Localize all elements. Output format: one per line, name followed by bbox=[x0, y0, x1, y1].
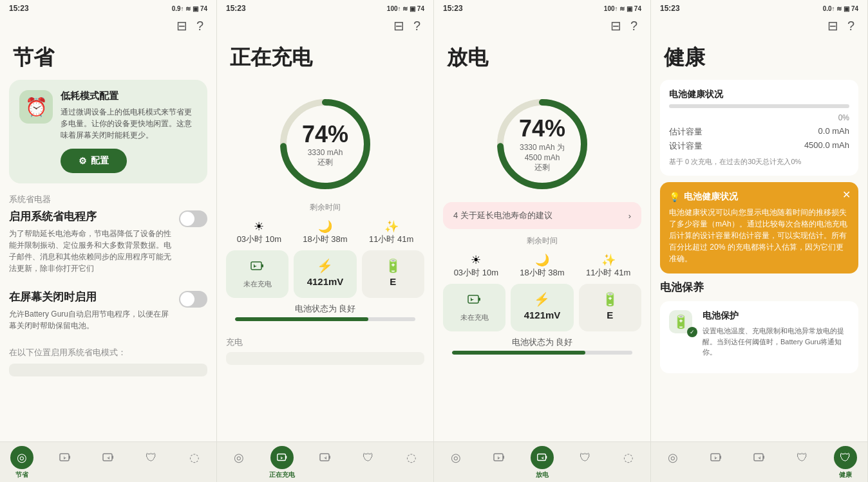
status-icons-3: 100↑ ≋ ▣ 74 bbox=[604, 5, 641, 12]
nav-discharge-1[interactable] bbox=[86, 446, 129, 479]
low-power-text: 低耗模式配置 通过微调设备上的低电耗模式来节省更多电量。让你的设备更快地闲置。这… bbox=[61, 90, 197, 173]
bottom-nav-1: ◎ 节省 🛡 ◌ bbox=[0, 441, 216, 482]
low-power-card: ⏰ 低耗模式配置 通过微调设备上的低电耗模式来节省更多电量。让你的设备更快地闲置… bbox=[9, 80, 207, 183]
nav-save-4[interactable]: ◎ bbox=[651, 446, 694, 479]
nav-shield-2[interactable]: 🛡 bbox=[347, 446, 390, 479]
nav-icon-save-4: ◎ bbox=[661, 446, 684, 469]
maintenance-title: 电池保养 bbox=[660, 280, 858, 295]
info-card-2-2: ⚡ 4121mV bbox=[294, 250, 356, 298]
feature-desc-1: 为了帮助延长电池寿命，节电器降低了设备的性能并限制振动、定位服务和大多数背景数据… bbox=[9, 228, 173, 274]
nav-discharge-3[interactable]: 放电 bbox=[520, 446, 563, 479]
nav-icon-charge-1 bbox=[53, 446, 77, 469]
nav-label-charge-active-2: 正在充电 bbox=[269, 470, 295, 479]
info-cards-3: 未在充电 ⚡ 4121mV 🔋 E bbox=[443, 284, 641, 331]
protection-card: 🔋 ✓ 电池保护 设置电池温度、充电限制和电池异常放电的提醒。当到达任何阈值时，… bbox=[660, 301, 858, 373]
nav-save-3[interactable]: ◎ bbox=[434, 446, 477, 479]
nav-charge-2[interactable]: 正在充电 bbox=[260, 446, 303, 479]
low-power-title: 低耗模式配置 bbox=[61, 90, 197, 102]
nav-shield-1[interactable]: 🛡 bbox=[130, 446, 173, 479]
orange-card-text: 电池健康状况可以向您显示电池随着时间的推移损失了多少容量（mAh）。通过比较每次… bbox=[669, 207, 849, 264]
time-val-1-2: 03小时 10m bbox=[237, 234, 281, 245]
nav-charge-1[interactable] bbox=[43, 446, 86, 479]
nav-icon-shield-2: 🛡 bbox=[357, 446, 380, 469]
svg-rect-9 bbox=[285, 456, 287, 459]
feature-row-1: 启用系统省电程序 为了帮助延长电池寿命，节电器降低了设备的性能并限制振动、定位服… bbox=[9, 209, 207, 281]
protection-title: 电池保护 bbox=[703, 310, 849, 322]
content-2: 74% 3330 mAh 还剩 剩余时间 ☀ 03小时 10m 🌙 18小时 3… bbox=[217, 80, 433, 441]
toggle-2[interactable] bbox=[179, 291, 207, 308]
stat-row-2: 设计容量 4500.0 mAh bbox=[669, 140, 849, 152]
charging-icon-2 bbox=[234, 258, 281, 277]
svg-rect-17 bbox=[503, 456, 504, 459]
time-item-1-3: ☀ 03小时 10m bbox=[454, 253, 498, 279]
time-1: 15:23 bbox=[9, 4, 29, 13]
nav-charge-3[interactable] bbox=[477, 446, 520, 479]
nav-shield-4[interactable]: 🛡 bbox=[781, 446, 824, 479]
info-card-2-3: ⚡ 4121mV bbox=[511, 284, 573, 331]
status-bar-1: 15:23 0.9↑ ≋ ▣ 74 bbox=[0, 0, 216, 15]
nav-charge-4[interactable] bbox=[694, 446, 737, 479]
toolbar-4: ⊟ ? bbox=[651, 15, 867, 39]
nav-circle-2[interactable]: ◌ bbox=[390, 446, 433, 479]
nav-discharge-4[interactable] bbox=[737, 446, 780, 479]
time-item-3-2: ✨ 11小时 41m bbox=[369, 219, 413, 245]
filter-icon-1[interactable]: ⊟ bbox=[176, 18, 187, 33]
nav-discharge-2[interactable] bbox=[303, 446, 346, 479]
nav-icon-circle-2: ◌ bbox=[400, 446, 423, 469]
close-orange-button[interactable]: ✕ bbox=[842, 189, 851, 201]
help-icon-4[interactable]: ? bbox=[847, 19, 854, 33]
nav-icon-charge-4 bbox=[704, 446, 728, 469]
svg-rect-19 bbox=[545, 456, 547, 459]
svg-rect-10 bbox=[320, 454, 329, 461]
svg-rect-22 bbox=[754, 454, 763, 461]
feature-heading-2: 在屏幕关闭时启用 bbox=[9, 290, 173, 304]
nav-icon-charge-3 bbox=[487, 446, 511, 469]
circle-percent-3: 74% bbox=[516, 115, 568, 142]
protection-check-icon: ✓ bbox=[687, 327, 697, 337]
nav-save[interactable]: ◎ 节省 bbox=[0, 446, 43, 479]
nav-circle-3[interactable]: ◌ bbox=[607, 446, 650, 479]
info-card-1-3: 未在充电 bbox=[443, 284, 505, 331]
nav-icon-shield-4: 🛡 bbox=[791, 446, 814, 469]
circle-center-3: 74% 3330 mAh 为 4500 mAh 还剩 bbox=[516, 115, 568, 173]
status-icons-4: 0.0↑ ≋ ▣ 74 bbox=[823, 5, 858, 12]
filter-icon-2[interactable]: ⊟ bbox=[393, 18, 404, 33]
nav-health-4[interactable]: 🛡 健康 bbox=[824, 446, 867, 479]
time-label-3: 剩余时间 bbox=[443, 236, 641, 246]
nav-icon-shield-1: 🛡 bbox=[140, 446, 163, 469]
nav-icon-discharge-active-3 bbox=[531, 446, 554, 469]
health-percent: 0% bbox=[669, 113, 849, 122]
time-val-3-2: 11小时 41m bbox=[369, 234, 413, 245]
config-button[interactable]: ⚙ 配置 bbox=[61, 149, 127, 173]
panel-save: 15:23 0.9↑ ≋ ▣ 74 ⊟ ? 节省 ⏰ 低耗模式配置 通过微调设备… bbox=[0, 0, 217, 482]
filter-icon-4[interactable]: ⊟ bbox=[827, 18, 838, 33]
svg-rect-1 bbox=[69, 456, 70, 459]
banner-arrow: › bbox=[628, 211, 631, 221]
not-charging-label-2: 未在充电 bbox=[234, 279, 281, 289]
svg-rect-23 bbox=[763, 456, 764, 459]
spacer-2 bbox=[226, 324, 424, 331]
circle-mah-3: 3330 mAh 为 4500 mAh bbox=[516, 142, 568, 162]
sun-icon-2: ☀ bbox=[237, 219, 281, 234]
health-progress-bar bbox=[669, 104, 849, 108]
panel-discharge: 15:23 100↑ ≋ ▣ 74 ⊟ ? 放电 74% 3330 mAh 为 … bbox=[434, 0, 651, 482]
battery-circle-3: 74% 3330 mAh 为 4500 mAh 还剩 bbox=[491, 93, 594, 196]
svg-rect-18 bbox=[538, 454, 546, 461]
help-icon-1[interactable]: ? bbox=[196, 19, 203, 33]
toggle-1[interactable] bbox=[179, 210, 207, 227]
sun-icon-3: ☀ bbox=[454, 253, 498, 267]
time-item-2-3: 🌙 18小时 38m bbox=[520, 253, 564, 279]
content-1: ⏰ 低耗模式配置 通过微调设备上的低电耗模式来节省更多电量。让你的设备更快地闲置… bbox=[0, 80, 216, 441]
help-icon-2[interactable]: ? bbox=[413, 19, 420, 33]
help-icon-3[interactable]: ? bbox=[630, 19, 637, 33]
filter-icon-3[interactable]: ⊟ bbox=[610, 18, 621, 33]
nav-save-2[interactable]: ◎ bbox=[217, 446, 260, 479]
nav-circle-1[interactable]: ◌ bbox=[173, 446, 216, 479]
nav-label-save: 节省 bbox=[15, 470, 28, 479]
bottom-nav-2: ◎ 正在充电 🛡 ◌ bbox=[217, 441, 433, 482]
nav-icon-save-2: ◎ bbox=[227, 446, 250, 469]
page-title-1: 节省 bbox=[0, 39, 216, 80]
time-item-2-2: 🌙 18小时 38m bbox=[303, 219, 347, 245]
discharge-banner[interactable]: 4 关于延长电池寿命的建议 › bbox=[443, 202, 641, 229]
nav-shield-3[interactable]: 🛡 bbox=[564, 446, 607, 479]
